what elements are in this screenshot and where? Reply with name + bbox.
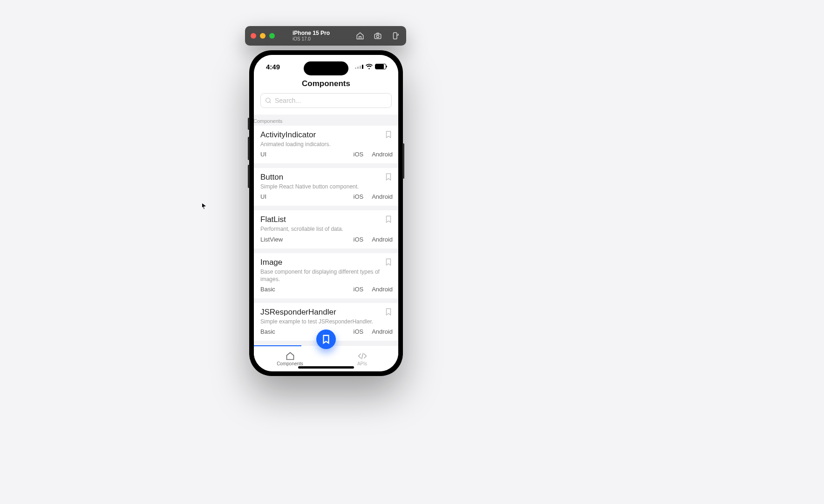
components-scrollview[interactable]: Components ActivityIndicatorAnimated loa… (254, 115, 398, 345)
component-title: Button (260, 173, 393, 182)
tab-components[interactable]: Components (254, 351, 326, 366)
component-description: Simple React Native button component. (260, 183, 393, 190)
side-button (402, 143, 404, 179)
svg-point-3 (266, 98, 270, 102)
component-tags: UIiOSAndroid (260, 151, 393, 158)
status-time: 4:49 (266, 63, 280, 71)
tab-apis[interactable]: APIs (326, 351, 398, 366)
component-category: UI (260, 193, 266, 200)
bookmark-icon (384, 173, 393, 181)
platform-ios: iOS (354, 286, 364, 293)
component-category: ListView (260, 236, 283, 243)
simulator-title: iPhone 15 Pro iOS 17.0 (293, 30, 330, 41)
code-icon (358, 351, 367, 361)
bookmark-button[interactable] (384, 173, 394, 182)
battery-icon (375, 64, 386, 69)
platform-android: Android (372, 193, 393, 200)
screenshot-icon[interactable] (374, 32, 382, 40)
bookmarks-fab[interactable] (316, 329, 336, 349)
component-row[interactable]: ButtonSimple React Native button compone… (254, 168, 398, 206)
section-header: Components (254, 115, 398, 126)
home-indicator[interactable] (298, 366, 354, 369)
bookmark-button[interactable] (384, 258, 394, 267)
cellular-icon (355, 65, 363, 69)
component-description: Animated loading indicators. (260, 141, 393, 148)
bookmark-icon (384, 258, 393, 266)
component-title: JSResponderHandler (260, 308, 393, 317)
component-tags: BasiciOSAndroid (260, 286, 393, 293)
minimize-window-button[interactable] (260, 33, 266, 39)
bookmark-button[interactable] (384, 215, 394, 224)
component-description: Performant, scrollable list of data. (260, 225, 393, 233)
platform-android: Android (372, 328, 393, 335)
component-category: UI (260, 151, 266, 158)
home-icon[interactable] (356, 32, 364, 40)
platform-android: Android (372, 151, 393, 158)
simulator-os-version: iOS 17.0 (293, 36, 330, 41)
wifi-icon (366, 63, 373, 71)
component-title: ActivityIndicator (260, 130, 393, 140)
component-row[interactable]: ImageBase component for displaying diffe… (254, 253, 398, 298)
component-row[interactable]: ActivityIndicatorAnimated loading indica… (254, 126, 398, 163)
svg-rect-0 (375, 34, 381, 39)
zoom-window-button[interactable] (269, 33, 275, 39)
rotate-icon[interactable] (391, 32, 400, 40)
component-description: Base component for displaying different … (260, 268, 393, 283)
bookmark-button[interactable] (384, 308, 394, 317)
bookmark-icon (384, 130, 393, 139)
bookmark-icon (384, 308, 393, 316)
component-category: Basic (260, 286, 275, 293)
component-tags: ListViewiOSAndroid (260, 236, 393, 243)
component-tags: UIiOSAndroid (260, 193, 393, 200)
component-category: Basic (260, 328, 275, 335)
simulator-titlebar[interactable]: iPhone 15 Pro iOS 17.0 (245, 26, 406, 46)
mute-switch (248, 118, 250, 130)
bookmark-icon (384, 215, 393, 223)
svg-rect-2 (394, 33, 397, 39)
window-controls (251, 33, 275, 39)
search-icon (265, 97, 272, 104)
platform-ios: iOS (354, 193, 364, 200)
device-frame: 4:49 Components Search... Components Act… (249, 50, 403, 376)
tab-components-label: Components (277, 361, 303, 366)
platform-ios: iOS (354, 151, 364, 158)
close-window-button[interactable] (251, 33, 256, 39)
platform-ios: iOS (354, 236, 364, 243)
search-placeholder: Search... (275, 97, 301, 104)
tab-apis-label: APIs (357, 361, 367, 366)
platform-ios: iOS (354, 328, 364, 335)
component-title: FlatList (260, 215, 393, 224)
volume-up-button (248, 137, 250, 160)
volume-down-button (248, 165, 250, 188)
dynamic-island (304, 61, 348, 75)
device-screen: 4:49 Components Search... Components Act… (254, 55, 398, 371)
navigation-header: Components Search... (254, 78, 398, 115)
platform-android: Android (372, 236, 393, 243)
component-description: Simple example to test JSResponderHandle… (260, 318, 393, 325)
bookmark-button[interactable] (384, 130, 394, 140)
platform-android: Android (372, 286, 393, 293)
page-title: Components (260, 79, 392, 88)
search-input[interactable]: Search... (260, 93, 392, 108)
svg-point-1 (376, 35, 379, 38)
simulator-device-name: iPhone 15 Pro (293, 30, 330, 36)
tab-indicator (254, 345, 301, 346)
component-title: Image (260, 258, 393, 267)
bookmark-icon (321, 334, 331, 344)
home-icon (286, 351, 295, 361)
component-row[interactable]: FlatListPerformant, scrollable list of d… (254, 210, 398, 248)
